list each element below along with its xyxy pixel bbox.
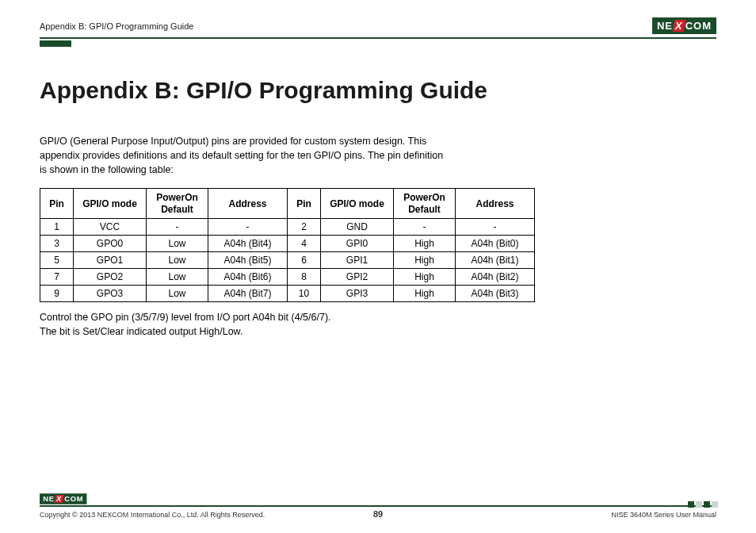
col-pin: Pin bbox=[40, 189, 74, 219]
table-cell: High bbox=[394, 286, 456, 302]
table-cell: Low bbox=[147, 269, 208, 286]
brand-x-icon: X bbox=[672, 20, 685, 32]
col-mode: GPI/O mode bbox=[74, 189, 147, 219]
intro-paragraph: GPI/O (General Purpose Input/Output) pin… bbox=[40, 134, 452, 177]
table-cell: GPI2 bbox=[321, 269, 394, 286]
footer-rule bbox=[40, 505, 716, 507]
table-cell: GPO0 bbox=[74, 236, 147, 252]
table-header-row: Pin GPI/O mode PowerOnDefault Address Pi… bbox=[40, 189, 535, 219]
table-row: 9GPO3LowA04h (Bit7)10GPI3HighA04h (Bit3) bbox=[40, 286, 535, 302]
page-title: Appendix B: GPI/O Programming Guide bbox=[40, 77, 716, 104]
table-cell: Low bbox=[147, 286, 208, 302]
table-cell: 4 bbox=[288, 236, 321, 252]
table-cell: GPO3 bbox=[74, 286, 147, 302]
table-cell: 2 bbox=[288, 219, 321, 236]
table-cell: 7 bbox=[40, 269, 74, 286]
brand-x-icon: X bbox=[55, 495, 65, 503]
table-cell: A04h (Bit1) bbox=[456, 252, 535, 269]
table-cell: A04h (Bit2) bbox=[456, 269, 535, 286]
table-cell: High bbox=[394, 269, 456, 286]
table-cell: GPI0 bbox=[321, 236, 394, 252]
brand-logo: NEXCOM bbox=[652, 17, 716, 34]
table-cell: 1 bbox=[40, 219, 74, 236]
copyright-text: Copyright © 2013 NEXCOM International Co… bbox=[40, 511, 265, 519]
brand-post: COM bbox=[685, 20, 712, 32]
table-cell: A04h (Bit5) bbox=[208, 252, 288, 269]
table-cell: - bbox=[456, 219, 535, 236]
table-cell: 10 bbox=[288, 286, 321, 302]
table-cell: 8 bbox=[288, 269, 321, 286]
table-cell: High bbox=[394, 236, 456, 252]
table-row: 1VCC--2GND-- bbox=[40, 219, 535, 236]
note-line-1: Control the GPO pin (3/5/7/9) level from… bbox=[40, 312, 331, 323]
col-pin: Pin bbox=[288, 189, 321, 219]
table-cell: GPO2 bbox=[74, 269, 147, 286]
table-cell: A04h (Bit0) bbox=[456, 236, 535, 252]
table-cell: GPI1 bbox=[321, 252, 394, 269]
col-address: Address bbox=[456, 189, 535, 219]
table-cell: A04h (Bit4) bbox=[208, 236, 288, 252]
col-poweron-default: PowerOnDefault bbox=[147, 189, 208, 219]
table-cell: VCC bbox=[74, 219, 147, 236]
note-line-2: The bit is Set/Clear indicated output Hi… bbox=[40, 326, 242, 337]
table-cell: High bbox=[394, 252, 456, 269]
header-rule bbox=[40, 37, 716, 39]
table-cell: 3 bbox=[40, 236, 74, 252]
table-row: 5GPO1LowA04h (Bit5)6GPI1HighA04h (Bit1) bbox=[40, 252, 535, 269]
table-cell: GND bbox=[321, 219, 394, 236]
brand-pre: NE bbox=[657, 20, 673, 32]
table-cell: - bbox=[147, 219, 208, 236]
table-row: 7GPO2LowA04h (Bit6)8GPI2HighA04h (Bit2) bbox=[40, 269, 535, 286]
footer-logo: NEXCOM bbox=[40, 493, 615, 504]
table-cell: A04h (Bit7) bbox=[208, 286, 288, 302]
table-cell: - bbox=[394, 219, 456, 236]
footer-squares-icon bbox=[688, 501, 718, 508]
col-poweron-default: PowerOnDefault bbox=[394, 189, 456, 219]
table-cell: Low bbox=[147, 236, 208, 252]
table-cell: 5 bbox=[40, 252, 74, 269]
col-address: Address bbox=[208, 189, 288, 219]
col-mode: GPI/O mode bbox=[321, 189, 394, 219]
table-cell: - bbox=[208, 219, 288, 236]
table-cell: GPI3 bbox=[321, 286, 394, 302]
pin-table: Pin GPI/O mode PowerOnDefault Address Pi… bbox=[40, 188, 535, 302]
page-number: 89 bbox=[373, 509, 383, 519]
table-cell: 9 bbox=[40, 286, 74, 302]
table-row: 3GPO0LowA04h (Bit4)4GPI0HighA04h (Bit0) bbox=[40, 236, 535, 252]
table-cell: A04h (Bit6) bbox=[208, 269, 288, 286]
manual-name: NISE 3640M Series User Manual bbox=[611, 511, 716, 519]
table-cell: GPO1 bbox=[74, 252, 147, 269]
table-cell: 6 bbox=[288, 252, 321, 269]
breadcrumb: Appendix B: GPI/O Programming Guide bbox=[40, 21, 193, 31]
table-cell: A04h (Bit3) bbox=[456, 286, 535, 302]
note-paragraph: Control the GPO pin (3/5/7/9) level from… bbox=[40, 310, 716, 339]
table-cell: Low bbox=[147, 252, 208, 269]
